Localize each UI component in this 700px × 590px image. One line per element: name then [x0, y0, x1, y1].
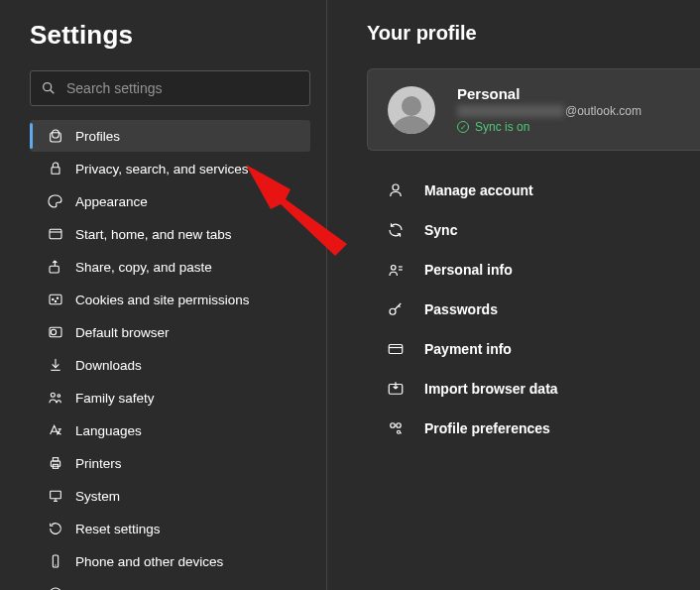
option-label: Passwords	[424, 301, 498, 317]
search-input[interactable]	[57, 80, 299, 96]
svg-point-27	[393, 184, 399, 190]
svg-rect-8	[50, 295, 61, 303]
search-icon	[41, 80, 57, 96]
sync-status: ✓ Sync is on	[457, 120, 642, 134]
avatar	[388, 86, 435, 134]
option-personal-info[interactable]: Personal info	[367, 250, 700, 290]
option-label: Manage account	[424, 182, 533, 198]
sidebar-item-appearance[interactable]: Appearance	[30, 185, 310, 217]
option-label: Import browser data	[424, 381, 558, 397]
sidebar-item-label: Downloads	[75, 358, 142, 373]
sidebar-item-downloads[interactable]: Downloads	[30, 349, 310, 381]
sidebar-item-label: Default browser	[75, 325, 170, 340]
sidebar-item-system[interactable]: System	[30, 480, 310, 512]
svg-point-0	[44, 83, 52, 91]
sidebar-item-label: Reset settings	[75, 522, 161, 536]
edge-icon	[48, 586, 63, 590]
option-sync[interactable]: Sync	[367, 210, 700, 250]
cookies-icon	[48, 292, 63, 307]
sidebar-item-printers[interactable]: Printers	[30, 447, 310, 479]
svg-point-35	[391, 423, 396, 428]
download-icon	[48, 357, 63, 373]
profile-card[interactable]: Personal @outlook.com ✓ Sync is on	[367, 68, 700, 151]
profiles-icon	[48, 128, 63, 144]
svg-point-17	[58, 395, 60, 398]
sidebar-item-label: About Microsoft Edge	[75, 587, 203, 591]
card-icon	[387, 340, 405, 358]
svg-point-13	[51, 329, 56, 334]
sidebar-item-about[interactable]: About Microsoft Edge	[30, 578, 310, 590]
sidebar-item-profiles[interactable]: Profiles	[30, 120, 310, 152]
sidebar-item-privacy[interactable]: Privacy, search, and services	[30, 153, 310, 184]
svg-rect-2	[53, 130, 59, 138]
share-icon	[48, 259, 63, 275]
sidebar-item-label: System	[75, 489, 120, 504]
sidebar-item-languages[interactable]: Languages	[30, 414, 310, 446]
svg-point-37	[398, 430, 401, 433]
page-title: Your profile	[367, 22, 700, 45]
option-payment[interactable]: Payment info	[367, 329, 700, 369]
svg-rect-21	[51, 491, 61, 498]
svg-rect-5	[50, 229, 61, 238]
svg-point-16	[51, 393, 55, 397]
sidebar-item-label: Appearance	[75, 194, 148, 209]
svg-point-36	[397, 423, 402, 428]
family-icon	[48, 390, 63, 406]
sidebar-item-label: Phone and other devices	[75, 554, 223, 569]
sidebar-item-cookies[interactable]: Cookies and site permissions	[30, 284, 310, 315]
languages-icon	[48, 422, 63, 438]
key-icon	[387, 300, 405, 318]
sidebar-item-label: Cookies and site permissions	[75, 293, 250, 307]
sync-icon	[387, 221, 405, 239]
svg-point-28	[392, 266, 397, 271]
main-content: Your profile Personal @outlook.com ✓ Syn…	[327, 0, 700, 590]
printer-icon	[48, 455, 63, 471]
sidebar-item-label: Printers	[75, 456, 122, 471]
id-icon	[387, 261, 405, 279]
sidebar-item-phone[interactable]: Phone and other devices	[30, 545, 310, 577]
sidebar-item-label: Languages	[75, 423, 142, 438]
option-import[interactable]: Import browser data	[367, 369, 700, 409]
system-icon	[48, 488, 63, 504]
svg-point-31	[390, 308, 396, 314]
sidebar-item-label: Start, home, and new tabs	[75, 227, 232, 242]
sidebar-item-label: Share, copy, and paste	[75, 260, 212, 275]
sidebar-item-share-copy[interactable]: Share, copy, and paste	[30, 251, 310, 283]
preferences-icon	[387, 419, 405, 437]
sidebar-item-family[interactable]: Family safety	[30, 382, 310, 413]
svg-rect-7	[50, 266, 58, 273]
sidebar-item-label: Privacy, search, and services	[75, 162, 249, 177]
svg-line-1	[51, 90, 55, 94]
email-suffix: @outlook.com	[565, 104, 642, 118]
svg-point-9	[53, 298, 54, 299]
option-manage-account[interactable]: Manage account	[367, 171, 700, 210]
profile-email: @outlook.com	[457, 104, 642, 118]
settings-sidebar: Settings Profiles Privacy, search, and s…	[0, 0, 327, 590]
sync-check-icon: ✓	[457, 121, 469, 133]
sidebar-item-label: Profiles	[75, 129, 120, 144]
browser-icon	[48, 324, 63, 340]
profile-name: Personal	[457, 85, 642, 102]
import-icon	[387, 380, 405, 398]
option-preferences[interactable]: Profile preferences	[367, 409, 700, 448]
sidebar-item-default-browser[interactable]: Default browser	[30, 316, 310, 348]
sync-text: Sync is on	[475, 120, 529, 134]
option-label: Profile preferences	[424, 420, 550, 436]
sidebar-item-reset[interactable]: Reset settings	[30, 513, 310, 544]
sidebar-item-start-home[interactable]: Start, home, and new tabs	[30, 218, 310, 250]
tab-icon	[48, 226, 63, 242]
svg-rect-18	[51, 461, 59, 466]
svg-rect-4	[52, 168, 59, 175]
svg-rect-32	[389, 345, 403, 354]
svg-point-10	[55, 300, 56, 301]
option-label: Payment info	[424, 341, 512, 357]
search-box[interactable]	[30, 70, 310, 106]
svg-rect-19	[53, 458, 58, 461]
lock-icon	[48, 161, 63, 177]
option-passwords[interactable]: Passwords	[367, 290, 700, 329]
person-icon	[387, 181, 405, 199]
phone-icon	[48, 553, 63, 569]
option-label: Sync	[424, 222, 457, 238]
sidebar-item-label: Family safety	[75, 391, 155, 406]
redacted-email-prefix	[457, 105, 564, 117]
